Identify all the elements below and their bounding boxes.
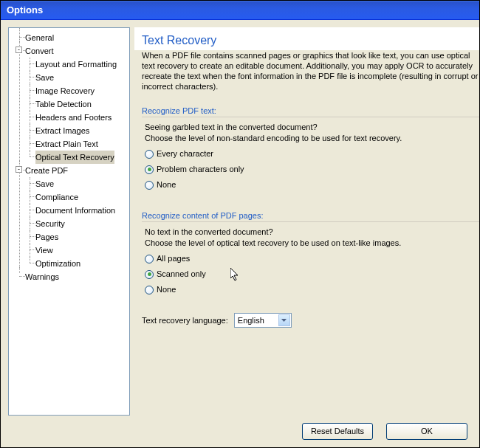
page-description: When a PDF file contains scanned pages o… <box>134 50 479 96</box>
group-text-line: Seeing garbled text in the converted doc… <box>145 122 472 133</box>
tree-item[interactable]: Layout and Formatting <box>25 58 128 71</box>
tree-panel: General - Convert Layout and Formatting … <box>8 27 130 416</box>
tree-label: Layout and Formatting <box>35 58 117 71</box>
group-text-line: Choose the level of non-standard encodin… <box>145 133 472 144</box>
chevron-down-icon[interactable] <box>278 314 290 326</box>
tree-item[interactable]: Compliance <box>25 190 128 204</box>
tree-item[interactable]: Image Recovery <box>25 84 128 97</box>
radio-all-pages[interactable]: All pages <box>145 253 472 264</box>
tree-label: Save <box>35 177 54 190</box>
tree-item[interactable]: Pages <box>25 230 128 244</box>
tree-label: Convert <box>25 44 54 58</box>
tree-label: Warnings <box>25 270 59 283</box>
language-value: English <box>238 316 264 325</box>
tree-label: Extract Images <box>35 124 89 137</box>
radio-icon <box>145 165 154 174</box>
group-title: Recognize PDF text: <box>142 106 479 117</box>
tree-label: Headers and Footers <box>35 111 112 124</box>
radio-label: Scanned only <box>157 269 206 280</box>
radio-label: Problem characters only <box>157 164 244 175</box>
tree-item-selected[interactable]: Optical Text Recovery <box>25 151 128 164</box>
tree-label: Optimization <box>35 257 80 270</box>
tree-item[interactable]: Save <box>25 71 128 84</box>
tree-label: Optical Text Recovery <box>35 151 114 164</box>
tree-item[interactable]: Save <box>25 177 128 190</box>
tree-item[interactable]: Extract Plain Text <box>25 137 128 151</box>
page-title: Text Recovery <box>134 28 479 50</box>
radio-icon <box>145 181 154 190</box>
options-tree[interactable]: General - Convert Layout and Formatting … <box>10 31 128 283</box>
tree-item-warnings[interactable]: Warnings <box>15 270 128 283</box>
radio-label: Every character <box>157 148 213 159</box>
tree-item[interactable]: View <box>25 244 128 257</box>
tree-label: View <box>35 244 53 257</box>
titlebar[interactable]: Options <box>1 1 479 20</box>
ok-button[interactable]: OK <box>386 423 467 440</box>
collapse-icon[interactable]: - <box>16 46 22 53</box>
radio-none-content[interactable]: None <box>145 284 472 295</box>
tree-label: Pages <box>35 230 58 244</box>
radio-icon <box>145 270 154 279</box>
tree-label: Security <box>35 217 65 230</box>
tree-label: Save <box>35 71 54 84</box>
language-label: Text recovery language: <box>142 316 228 325</box>
tree-label: Document Information <box>35 204 115 217</box>
tree-label: Create PDF <box>25 164 68 177</box>
radio-icon <box>145 150 154 159</box>
tree-item-general[interactable]: General <box>15 31 128 44</box>
radio-label: None <box>157 179 176 190</box>
group-text-line: Choose the level of optical text recover… <box>145 238 472 249</box>
tree-item[interactable]: Document Information <box>25 204 128 217</box>
content-panel: Text Recovery When a PDF file contains s… <box>134 27 479 416</box>
tree-label: Compliance <box>35 190 78 204</box>
radio-icon <box>145 255 154 263</box>
tree-item-create-pdf[interactable]: - Create PDF Save Compliance Document In… <box>15 164 128 270</box>
radio-scanned-only[interactable]: Scanned only <box>145 269 472 280</box>
language-row: Text recovery language: English <box>142 313 479 328</box>
tree-item[interactable]: Security <box>25 217 128 230</box>
main-row: General - Convert Layout and Formatting … <box>8 27 479 416</box>
window-title: Options <box>7 4 43 15</box>
tree-label: Image Recovery <box>35 84 95 97</box>
group-text-line: No text in the converted document? <box>145 227 472 238</box>
group-title: Recognize content of PDF pages: <box>142 211 479 222</box>
client-area: General - Convert Layout and Formatting … <box>1 20 479 447</box>
radio-problem-characters[interactable]: Problem characters only <box>145 164 472 175</box>
group-recognize-content: Recognize content of PDF pages: No text … <box>142 208 479 307</box>
radio-label: All pages <box>157 253 190 264</box>
tree-item[interactable]: Optimization <box>25 257 128 270</box>
radio-icon <box>145 286 154 294</box>
tree-item[interactable]: Extract Images <box>25 124 128 137</box>
tree-label: Table Detection <box>35 97 92 111</box>
radio-every-character[interactable]: Every character <box>145 148 472 159</box>
collapse-icon[interactable]: - <box>16 166 22 173</box>
radio-label: None <box>157 284 176 295</box>
tree-label: General <box>25 31 54 44</box>
options-window: Options General - Convert Layout and For… <box>0 0 480 448</box>
tree-item[interactable]: Headers and Footers <box>25 111 128 124</box>
footer: Reset Defaults OK <box>8 416 479 440</box>
tree-label: Extract Plain Text <box>35 137 98 151</box>
radio-none-text[interactable]: None <box>145 179 472 190</box>
language-select[interactable]: English <box>234 313 292 328</box>
group-recognize-text: Recognize PDF text: Seeing garbled text … <box>142 103 479 202</box>
reset-defaults-button[interactable]: Reset Defaults <box>302 423 373 440</box>
tree-item-convert[interactable]: - Convert Layout and Formatting Save Ima… <box>15 44 128 164</box>
tree-item[interactable]: Table Detection <box>25 97 128 111</box>
